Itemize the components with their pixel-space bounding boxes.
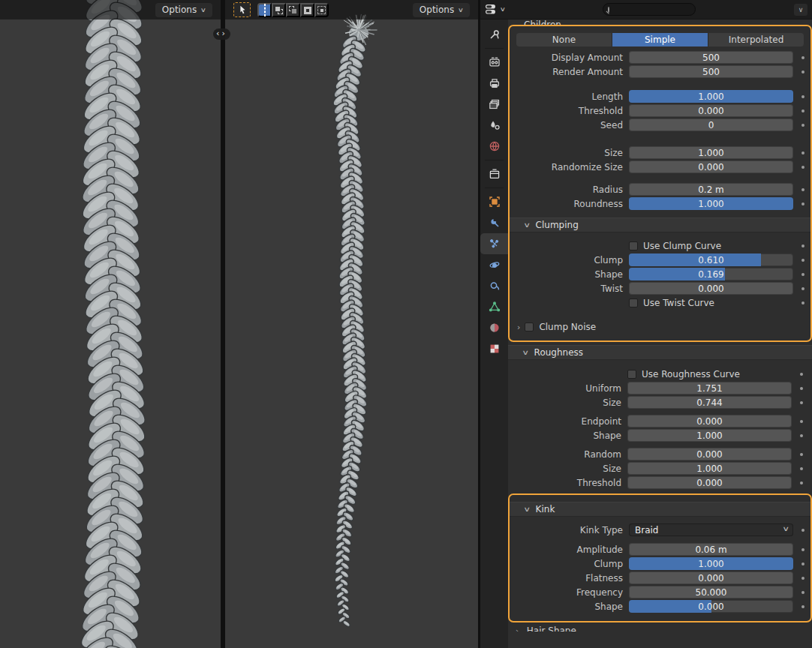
animate-dot[interactable] — [801, 259, 804, 262]
properties-tab-render[interactable] — [480, 52, 508, 73]
animate-dot[interactable] — [800, 482, 803, 484]
animate-dot[interactable] — [800, 373, 803, 376]
number-field-render-amount[interactable]: 500 — [629, 65, 793, 78]
number-field-random[interactable]: 0.000 — [627, 448, 792, 460]
tab-none[interactable]: None — [516, 33, 612, 46]
checkbox-use-twist-curve[interactable] — [629, 298, 638, 308]
properties-tab-object-data[interactable] — [480, 296, 508, 317]
slider-length[interactable]: 1.000 — [629, 90, 793, 103]
animate-dot[interactable] — [801, 605, 804, 608]
select-mode-subtract-selection-button[interactable] — [286, 3, 300, 17]
viewport-right[interactable]: Options ∨ — [225, 0, 478, 648]
animate-dot[interactable] — [800, 434, 803, 437]
animate-dot[interactable] — [801, 302, 804, 304]
slider-shape[interactable]: 0.169 — [629, 268, 793, 280]
animate-dot[interactable] — [801, 152, 804, 154]
number-field-display-amount[interactable]: 500 — [629, 51, 793, 64]
animate-dot[interactable] — [801, 591, 804, 594]
animate-dot[interactable] — [801, 577, 804, 580]
field-value: 0.000 — [627, 415, 792, 428]
animate-dot[interactable] — [801, 95, 804, 98]
properties-tab-object[interactable] — [480, 191, 508, 212]
properties-tab-constraints[interactable] — [480, 275, 508, 296]
checkbox-use-clump-curve[interactable] — [629, 242, 638, 250]
section-header-clumping[interactable]: ∨Clumping — [510, 218, 810, 232]
animate-dot[interactable] — [800, 387, 803, 390]
clipped-next-panel-header[interactable]: › Hair Shape — [508, 622, 812, 632]
animate-dot[interactable] — [801, 273, 804, 276]
number-field-flatness[interactable]: 0.000 — [629, 572, 793, 584]
properties-tab-scene[interactable] — [480, 115, 508, 136]
search-input[interactable] — [609, 4, 718, 14]
dropdown-kink-type[interactable]: Braid∨ — [629, 524, 793, 536]
number-field-size[interactable]: 1.000 — [627, 462, 792, 475]
number-field-randomize-size[interactable]: 0.000 — [629, 160, 793, 173]
properties-tab-output[interactable] — [480, 73, 508, 94]
properties-tab-particles[interactable] — [480, 233, 508, 254]
number-field-shape[interactable]: 1.000 — [627, 429, 792, 442]
properties-tab-tool[interactable] — [480, 24, 508, 45]
number-field-seed[interactable]: 0 — [629, 118, 793, 131]
animate-dot[interactable] — [801, 529, 804, 532]
view-resize-handle[interactable]: ‹› — [213, 28, 230, 40]
subpanel-clump-noise[interactable]: ›Clump Noise — [517, 320, 810, 334]
animate-dot[interactable] — [801, 70, 804, 74]
slider-roundness[interactable]: 1.000 — [629, 197, 793, 210]
number-field-radius[interactable]: 0.2 m — [629, 183, 793, 196]
field-value: 0.06 m — [629, 543, 793, 556]
animate-dot[interactable] — [801, 287, 804, 290]
number-field-threshold[interactable]: 0.000 — [629, 104, 793, 117]
tab-simple[interactable]: Simple — [612, 33, 708, 46]
animate-dot[interactable] — [801, 110, 804, 112]
properties-tab-texture[interactable] — [480, 338, 508, 359]
properties-tab-material[interactable] — [480, 317, 508, 338]
properties-tab-physics[interactable] — [480, 254, 508, 275]
properties-tab-view-layer[interactable] — [480, 94, 508, 115]
select-mode-intersect-selection-button[interactable] — [314, 3, 329, 17]
animate-dot[interactable] — [801, 548, 804, 551]
select-mode-set-new-selection-button[interactable] — [257, 3, 272, 17]
tab-interpolated[interactable]: Interpolated — [708, 33, 804, 46]
slider-clump[interactable]: 0.610 — [629, 254, 793, 266]
checkbox-use-roughness-curve[interactable] — [627, 370, 636, 379]
animate-dot[interactable] — [801, 188, 804, 191]
editor-type-button[interactable]: ∨ — [485, 4, 505, 15]
animate-dot[interactable] — [800, 453, 803, 456]
field-label: Shape — [510, 269, 629, 280]
search-box[interactable] — [603, 3, 696, 16]
tweak-tool-button[interactable] — [233, 2, 251, 17]
select-mode-extend-selection-button[interactable] — [272, 3, 286, 17]
animate-dot[interactable] — [800, 467, 803, 470]
properties-tab-modifiers[interactable] — [480, 212, 508, 233]
slider-shape[interactable]: 0.000 — [629, 600, 793, 613]
animate-dot[interactable] — [800, 401, 803, 404]
number-field-endpoint[interactable]: 0.000 — [627, 415, 792, 428]
animate-dot[interactable] — [801, 56, 804, 59]
properties-tab-world[interactable] — [480, 136, 508, 157]
animate-dot[interactable] — [800, 420, 803, 423]
clipped-panel-header[interactable]: Children — [508, 20, 812, 25]
animate-dot[interactable] — [801, 124, 804, 127]
section-header-kink[interactable]: ∨Kink — [510, 502, 810, 517]
viewport-left-options-button[interactable]: Options ∨ — [155, 3, 212, 17]
number-field-size[interactable]: 1.000 — [629, 146, 793, 159]
select-mode-invert-selection-button[interactable] — [300, 3, 314, 17]
slider-clump[interactable]: 1.000 — [629, 557, 793, 570]
subpanel-checkbox[interactable] — [525, 322, 534, 332]
header-menu-button[interactable]: ∨ — [794, 4, 807, 16]
number-field-size[interactable]: 0.744 — [627, 396, 792, 409]
animate-dot[interactable] — [801, 244, 804, 248]
animate-dot[interactable] — [801, 202, 804, 206]
animate-dot[interactable] — [801, 166, 804, 169]
viewport-right-options-button[interactable]: Options ∨ — [413, 3, 470, 17]
number-field-uniform[interactable]: 1.751 — [627, 382, 792, 394]
section-header-roughness[interactable]: ∨Roughness — [508, 345, 812, 360]
number-field-twist[interactable]: 0.000 — [629, 282, 793, 295]
animate-dot[interactable] — [801, 562, 804, 566]
viewport-right-header: Options ∨ — [225, 0, 478, 20]
number-field-frequency[interactable]: 50.000 — [629, 586, 793, 598]
properties-tab-collection[interactable] — [480, 164, 508, 184]
viewport-left[interactable]: Options ∨ — [0, 0, 221, 648]
number-field-threshold[interactable]: 0.000 — [627, 476, 792, 489]
number-field-amplitude[interactable]: 0.06 m — [629, 543, 793, 556]
